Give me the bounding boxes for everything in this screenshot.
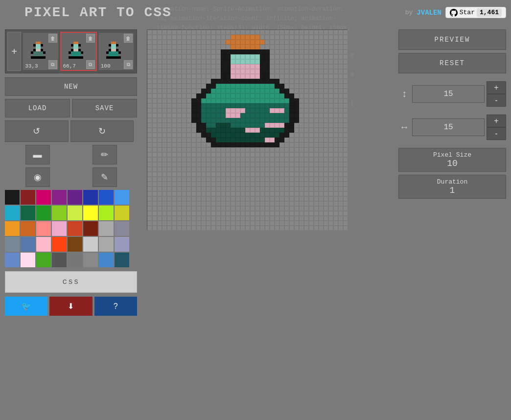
pixel-cell[interactable] (279, 187, 284, 191)
pixel-cell[interactable] (147, 79, 152, 84)
pixel-cell[interactable] (294, 93, 299, 98)
pixel-cell[interactable] (270, 98, 275, 103)
pixel-cell[interactable] (182, 172, 186, 177)
pixel-cell[interactable] (328, 79, 333, 84)
pixel-cell[interactable] (284, 152, 289, 157)
pixel-cell[interactable] (319, 206, 324, 211)
pixel-cell[interactable] (191, 40, 196, 45)
pixel-cell[interactable] (324, 54, 328, 59)
pixel-cell[interactable] (240, 98, 245, 103)
pixel-cell[interactable] (235, 172, 240, 177)
pixel-cell[interactable] (289, 54, 294, 59)
pixel-cell[interactable] (226, 40, 231, 45)
pixel-cell[interactable] (147, 211, 152, 216)
pixel-cell[interactable] (196, 64, 201, 69)
pixel-cell[interactable] (255, 40, 260, 45)
pixel-cell[interactable] (260, 167, 265, 172)
frame-1[interactable]: 🗑 ⧉ 33,3 (22, 32, 59, 71)
pixel-cell[interactable] (211, 187, 216, 191)
pixel-cell[interactable] (245, 187, 250, 191)
pixel-cell[interactable] (240, 49, 245, 54)
pixel-cell[interactable] (319, 84, 324, 89)
pixel-cell[interactable] (206, 138, 211, 142)
pixel-cell[interactable] (206, 113, 211, 118)
pixel-cell[interactable] (328, 49, 333, 54)
pixel-cell[interactable] (279, 93, 284, 98)
pixel-cell[interactable] (191, 54, 196, 59)
pixel-cell[interactable] (162, 54, 167, 59)
pixel-cell[interactable] (226, 128, 231, 133)
pixel-cell[interactable] (182, 45, 186, 49)
pixel-cell[interactable] (201, 89, 206, 93)
pixel-cell[interactable] (250, 64, 255, 69)
pixel-cell[interactable] (221, 152, 226, 157)
pixel-cell[interactable] (255, 98, 260, 103)
pixel-cell[interactable] (186, 45, 191, 49)
pixel-cell[interactable] (167, 211, 172, 216)
color-swatch[interactable] (99, 253, 114, 267)
pixel-cell[interactable] (324, 133, 328, 138)
pixel-cell[interactable] (221, 84, 226, 89)
pixel-cell[interactable] (289, 98, 294, 103)
pixel-cell[interactable] (231, 221, 235, 226)
pixel-cell[interactable] (240, 64, 245, 69)
pixel-cell[interactable] (221, 113, 226, 118)
pixel-cell[interactable] (260, 54, 265, 59)
pixel-cell[interactable] (338, 196, 343, 201)
pixel-cell[interactable] (275, 226, 279, 231)
pixel-cell[interactable] (221, 138, 226, 142)
pixel-cell[interactable] (216, 167, 221, 172)
pixel-cell[interactable] (162, 69, 167, 74)
pixel-cell[interactable] (324, 187, 328, 191)
pixel-cell[interactable] (333, 191, 338, 196)
pixel-cell[interactable] (299, 187, 304, 191)
pixel-cell[interactable] (186, 69, 191, 74)
color-swatch[interactable] (115, 237, 129, 252)
pixel-cell[interactable] (294, 69, 299, 74)
pixel-cell[interactable] (167, 74, 172, 79)
pixel-cell[interactable] (231, 128, 235, 133)
pixel-cell[interactable] (319, 182, 324, 187)
pixel-cell[interactable] (201, 196, 206, 201)
pixel-cell[interactable] (231, 216, 235, 221)
pixel-cell[interactable] (157, 191, 162, 196)
pixel-cell[interactable] (265, 147, 270, 152)
pixel-cell[interactable] (235, 40, 240, 45)
pixel-cell[interactable] (152, 103, 157, 108)
add-frame-button[interactable]: + (7, 32, 21, 71)
width-minus-button[interactable]: - (487, 127, 506, 140)
pixel-cell[interactable] (231, 69, 235, 74)
pixel-cell[interactable] (172, 89, 177, 93)
pixel-cell[interactable] (260, 79, 265, 84)
pixel-cell[interactable] (275, 64, 279, 69)
pixel-cell[interactable] (309, 108, 314, 113)
color-swatch[interactable] (99, 237, 114, 252)
pixel-cell[interactable] (235, 49, 240, 54)
pixel-cell[interactable] (206, 133, 211, 138)
pixel-cell[interactable] (333, 133, 338, 138)
pixel-cell[interactable] (152, 79, 157, 84)
pixel-cell[interactable] (270, 211, 275, 216)
pixel-cell[interactable] (162, 49, 167, 54)
pixel-cell[interactable] (279, 74, 284, 79)
pixel-cell[interactable] (338, 172, 343, 177)
pixel-cell[interactable] (231, 162, 235, 167)
pixel-cell[interactable] (196, 40, 201, 45)
pixel-cell[interactable] (226, 59, 231, 64)
pixel-cell[interactable] (167, 93, 172, 98)
pixel-cell[interactable] (172, 108, 177, 113)
pixel-cell[interactable] (279, 64, 284, 69)
pixel-cell[interactable] (201, 108, 206, 113)
pixel-cell[interactable] (284, 182, 289, 187)
pixel-cell[interactable] (216, 64, 221, 69)
pixel-cell[interactable] (289, 64, 294, 69)
pixel-cell[interactable] (338, 133, 343, 138)
pixel-cell[interactable] (279, 216, 284, 221)
pixel-cell[interactable] (147, 167, 152, 172)
pixel-cell[interactable] (338, 84, 343, 89)
pixel-cell[interactable] (172, 128, 177, 133)
pixel-cell[interactable] (167, 191, 172, 196)
pixel-cell[interactable] (309, 84, 314, 89)
pixel-cell[interactable] (284, 211, 289, 216)
pixel-cell[interactable] (314, 157, 319, 162)
